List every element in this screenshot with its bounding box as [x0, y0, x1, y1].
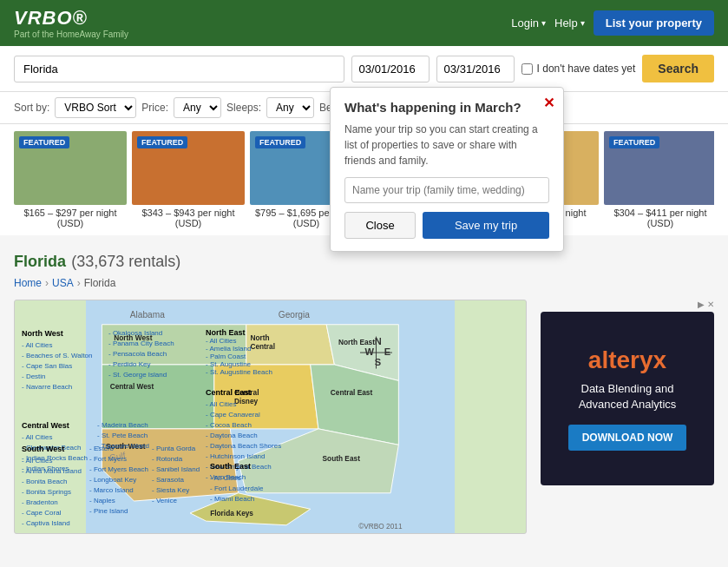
ad-subtitle: Data Blending and Advanced Analytics — [579, 381, 677, 412]
search-button[interactable]: Search — [642, 55, 714, 82]
listing-card[interactable]: FEATURED$304 – $411 per night (USD) — [604, 131, 714, 228]
popup-actions: Close Save my trip — [344, 212, 549, 239]
featured-badge: FEATURED — [137, 136, 187, 148]
featured-badge: FEATURED — [609, 136, 659, 148]
listing-card[interactable]: FEATURED$343 – $943 per night (USD) — [132, 131, 245, 228]
login-button[interactable]: Login ▾ — [511, 16, 546, 30]
featured-badge: FEATURED — [255, 136, 305, 148]
svg-text:Alabama: Alabama — [130, 310, 165, 320]
header: VRBO® Part of the HomeAway Family Login … — [0, 0, 728, 46]
listing-price: $343 – $943 per night (USD) — [132, 208, 245, 228]
results-title: Florida (33,673 rentals) — [14, 249, 714, 272]
svg-text:Central West: Central West — [110, 382, 154, 391]
svg-text:Central East: Central East — [331, 388, 373, 397]
breadcrumb: Home › USA › Florida — [14, 277, 714, 289]
sort-select[interactable]: VRBO Sort — [55, 97, 136, 118]
breadcrumb-usa[interactable]: USA — [52, 277, 74, 289]
checkout-date-input[interactable] — [436, 56, 515, 82]
ad-logo[interactable]: alteryx — [588, 346, 666, 374]
ad-label: ▶ ✕ — [541, 300, 714, 309]
sort-label: Sort by: — [14, 102, 49, 114]
price-select[interactable]: Any — [174, 97, 221, 118]
svg-text:N: N — [375, 336, 382, 346]
svg-text:Florida Keys: Florida Keys — [210, 509, 253, 518]
breadcrumb-current: Florida — [84, 277, 116, 289]
no-dates-checkbox[interactable] — [521, 63, 533, 75]
map-text: N W E S Alabama Georgia Gulf ©VRBO 2011 … — [15, 300, 526, 533]
trip-popup: ✕ What's happening in March? Name your t… — [330, 87, 564, 252]
search-bar: I don't have dates yet Search — [0, 46, 728, 92]
popup-title: What's happening in March? — [344, 100, 549, 115]
popup-close-button[interactable]: ✕ — [543, 95, 554, 111]
sleeps-select[interactable]: Any — [266, 97, 314, 118]
help-dropdown-icon: ▾ — [580, 18, 585, 28]
ad-box: alteryx Data Blending and Advanced Analy… — [541, 312, 714, 485]
login-dropdown-icon: ▾ — [541, 18, 546, 28]
map-container: N W E S Alabama Georgia Gulf ©VRBO 2011 … — [14, 300, 527, 534]
svg-text:South East: South East — [323, 454, 361, 463]
main-content: Florida (33,673 rentals) Home › USA › Fl… — [0, 235, 728, 543]
results-count: (33,673 rentals) — [71, 253, 180, 270]
save-trip-button[interactable]: Save my trip — [423, 212, 549, 239]
featured-badge: FEATURED — [19, 136, 69, 148]
no-dates-label: I don't have dates yet — [537, 63, 636, 75]
logo-subtitle: Part of the HomeAway Family — [14, 30, 128, 39]
price-label: Price: — [141, 102, 168, 114]
ad-download-button[interactable]: DOWNLOAD NOW — [568, 425, 687, 451]
listing-price: $165 – $297 per night (USD) — [14, 208, 127, 228]
trip-name-input[interactable] — [344, 177, 549, 203]
svg-text:©VRBO 2011: ©VRBO 2011 — [358, 522, 403, 531]
logo-area: VRBO® Part of the HomeAway Family — [14, 7, 128, 39]
breadcrumb-arrow-1: › — [45, 277, 49, 289]
popup-close-text-button[interactable]: Close — [344, 212, 416, 239]
breadcrumb-home[interactable]: Home — [14, 277, 42, 289]
checkin-date-input[interactable] — [351, 56, 430, 82]
svg-text:E: E — [384, 346, 390, 357]
popup-overlay: ✕ What's happening in March? Name your t… — [330, 87, 564, 252]
help-button[interactable]: Help ▾ — [554, 16, 585, 30]
content-area: N W E S Alabama Georgia Gulf ©VRBO 2011 … — [14, 300, 714, 534]
svg-text:North East: North East — [338, 338, 375, 346]
svg-text:W: W — [365, 346, 375, 357]
header-nav: Login ▾ Help ▾ List your property — [511, 10, 714, 36]
listing-card[interactable]: FEATURED$165 – $297 per night (USD) — [14, 131, 127, 228]
svg-text:Georgia: Georgia — [279, 310, 310, 320]
svg-text:S: S — [375, 357, 381, 367]
breadcrumb-arrow-2: › — [77, 277, 81, 289]
no-dates-area: I don't have dates yet — [521, 63, 636, 75]
logo[interactable]: VRBO® — [14, 7, 128, 30]
ad-sidebar: ▶ ✕ alteryx Data Blending and Advanced A… — [541, 300, 714, 534]
popup-description: Name your trip so you can start creating… — [344, 122, 549, 168]
list-property-button[interactable]: List your property — [594, 10, 714, 36]
listing-price: $304 – $411 per night (USD) — [604, 208, 714, 228]
location-input[interactable] — [14, 56, 344, 82]
sleeps-label: Sleeps: — [226, 102, 261, 114]
results-location: Florida — [14, 253, 66, 270]
